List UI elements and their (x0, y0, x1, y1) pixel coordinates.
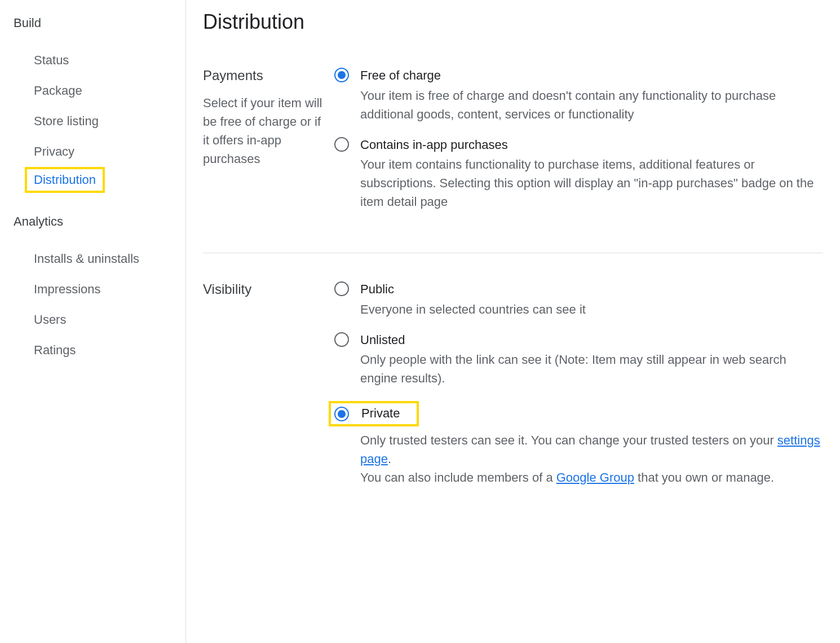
sidebar-item-installs[interactable]: Installs & uninstalls (0, 244, 185, 274)
sidebar-item-package[interactable]: Package (0, 76, 185, 106)
private-desc-text2: . (388, 452, 391, 466)
radio-unlisted-description: Only people with the link can see it (No… (360, 350, 823, 387)
radio-free-content: Free of charge Your item is free of char… (360, 68, 823, 124)
sidebar-item-store-listing[interactable]: Store listing (0, 106, 185, 136)
private-desc-text3: You can also include members of a (360, 470, 556, 485)
radio-private-label: Private (361, 406, 400, 422)
main-content: Distribution Payments Select if your ite… (186, 0, 840, 643)
sidebar-item-distribution[interactable]: Distribution (34, 169, 96, 191)
payments-subtitle: Select if your item will be free of char… (203, 94, 330, 168)
visibility-option-private: Private Only trusted testers can see it.… (334, 401, 823, 487)
radio-private-description: Only trusted testers can see it. You can… (360, 431, 823, 487)
sidebar-item-ratings[interactable]: Ratings (0, 335, 185, 365)
radio-free[interactable] (334, 68, 349, 82)
radio-private[interactable] (334, 407, 349, 421)
google-group-link[interactable]: Google Group (556, 470, 634, 485)
sidebar-section-analytics: Analytics (0, 210, 185, 234)
radio-public[interactable] (334, 281, 349, 296)
payments-option-free: Free of charge Your item is free of char… (334, 68, 823, 124)
sidebar-item-impressions[interactable]: Impressions (0, 274, 185, 305)
visibility-option-public: Public Everyone in selected countries ca… (334, 281, 823, 319)
sidebar-item-users[interactable]: Users (0, 305, 185, 335)
radio-public-label: Public (360, 281, 823, 298)
highlight-distribution: Distribution (25, 167, 105, 193)
radio-public-content: Public Everyone in selected countries ca… (360, 281, 823, 319)
payments-option-inapp: Contains in-app purchases Your item cont… (334, 137, 823, 212)
visibility-section-left: Visibility (203, 281, 330, 500)
sidebar-item-privacy[interactable]: Privacy (0, 136, 185, 167)
radio-free-description: Your item is free of charge and doesn't … (360, 86, 823, 124)
radio-inapp-content: Contains in-app purchases Your item cont… (360, 137, 823, 212)
radio-inapp-description: Your item contains functionality to purc… (360, 155, 823, 211)
radio-public-description: Everyone in selected countries can see i… (360, 300, 823, 319)
visibility-section: Visibility Public Everyone in selected c… (203, 281, 823, 529)
sidebar-section-build: Build (0, 11, 185, 35)
visibility-options: Public Everyone in selected countries ca… (330, 281, 823, 500)
radio-inapp[interactable] (334, 137, 349, 152)
sidebar-item-status[interactable]: Status (0, 45, 185, 76)
visibility-title: Visibility (203, 281, 330, 297)
payments-section-left: Payments Select if your item will be fre… (203, 68, 330, 224)
page-title: Distribution (203, 0, 823, 68)
payments-options: Free of charge Your item is free of char… (330, 68, 823, 224)
radio-free-label: Free of charge (360, 68, 823, 84)
visibility-option-unlisted: Unlisted Only people with the link can s… (334, 332, 823, 388)
radio-unlisted[interactable] (334, 332, 349, 347)
radio-unlisted-content: Unlisted Only people with the link can s… (360, 332, 823, 388)
payments-section: Payments Select if your item will be fre… (203, 68, 823, 253)
private-desc-text1: Only trusted testers can see it. You can… (360, 433, 777, 447)
radio-inapp-label: Contains in-app purchases (360, 137, 823, 153)
sidebar: Build Status Package Store listing Priva… (0, 0, 186, 643)
payments-title: Payments (203, 68, 330, 83)
radio-unlisted-label: Unlisted (360, 332, 823, 349)
highlight-private: Private (329, 401, 419, 426)
private-desc-text4: that you own or manage. (634, 470, 774, 485)
